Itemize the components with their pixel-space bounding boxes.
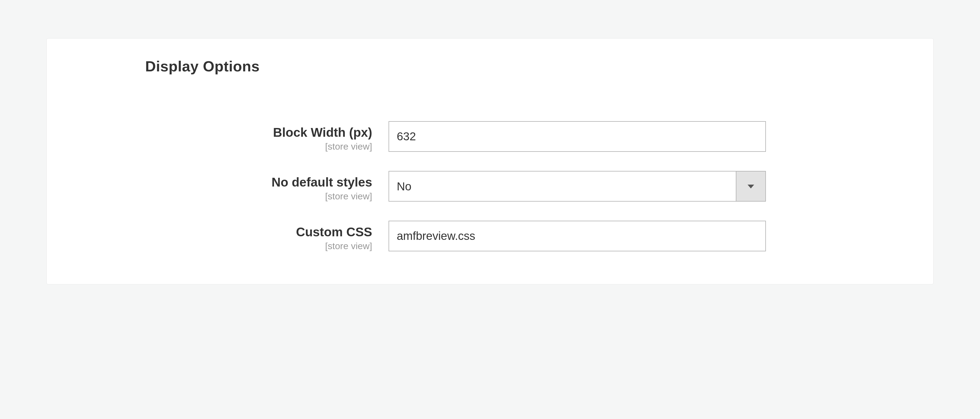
custom-css-label: Custom CSS — [145, 225, 372, 239]
display-options-panel: Display Options Block Width (px) [store … — [46, 38, 934, 284]
field-row-block-width: Block Width (px) [store view] — [145, 121, 903, 152]
section-title: Display Options — [145, 58, 903, 75]
block-width-label: Block Width (px) — [145, 126, 372, 140]
no-default-styles-scope: [store view] — [145, 191, 372, 202]
control-col — [388, 221, 766, 251]
label-col: Custom CSS [store view] — [145, 221, 388, 251]
label-col: Block Width (px) [store view] — [145, 121, 388, 152]
block-width-input[interactable] — [388, 121, 766, 152]
block-width-scope: [store view] — [145, 141, 372, 152]
control-col — [388, 121, 766, 152]
select-wrap: No — [388, 171, 766, 202]
no-default-styles-select[interactable]: No — [388, 171, 766, 202]
field-row-no-default-styles: No default styles [store view] No — [145, 171, 903, 202]
field-row-custom-css: Custom CSS [store view] — [145, 221, 903, 251]
control-col: No — [388, 171, 766, 202]
no-default-styles-label: No default styles — [145, 175, 372, 189]
custom-css-input[interactable] — [388, 221, 766, 251]
custom-css-scope: [store view] — [145, 241, 372, 251]
label-col: No default styles [store view] — [145, 171, 388, 202]
